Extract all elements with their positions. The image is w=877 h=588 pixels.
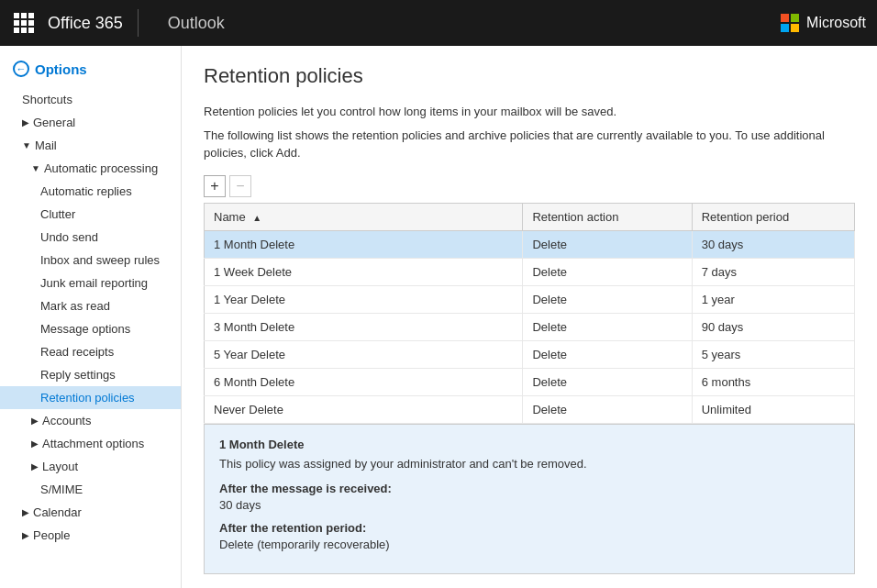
table-header-row: Name ▲ Retention action Retention period [205, 203, 855, 230]
add-button[interactable]: + [204, 175, 226, 197]
cell-retention_period: 7 days [692, 258, 854, 285]
sidebar-item-mark-as-read[interactable]: Mark as read [0, 294, 181, 317]
accounts-label: Accounts [42, 414, 91, 427]
people-label: People [33, 528, 70, 542]
undo-send-label: Undo send [40, 230, 98, 244]
cell-name: 1 Month Delete [205, 230, 523, 258]
table-row[interactable]: 1 Year DeleteDelete1 year [205, 285, 855, 313]
general-arrow: ▶ [22, 117, 29, 128]
sidebar-item-general[interactable]: ▶ General [0, 111, 181, 134]
cell-retention_action: Delete [523, 285, 692, 313]
cell-retention_period: 1 year [692, 285, 854, 313]
sidebar-item-layout[interactable]: ▶ Layout [0, 455, 181, 478]
cell-retention_period: Unlimited [692, 395, 854, 423]
mail-arrow: ▼ [22, 140, 31, 150]
app-name: Office 365 [48, 14, 123, 33]
attachment-arrow: ▶ [31, 438, 39, 449]
retention-policies-label: Retention policies [40, 391, 135, 405]
sidebar-item-attachment-options[interactable]: ▶ Attachment options [0, 432, 181, 455]
col-name[interactable]: Name ▲ [205, 203, 523, 230]
cell-name: 1 Week Delete [205, 258, 523, 285]
calendar-arrow: ▶ [22, 507, 29, 517]
topbar: Office 365 Outlook Microsoft [0, 0, 877, 46]
general-label: General [33, 116, 75, 129]
junk-email-label: Junk email reporting [40, 276, 148, 290]
back-icon: ← [13, 61, 29, 77]
col-retention-action: Retention action [523, 203, 692, 230]
sidebar-item-smime[interactable]: S/MIME [0, 478, 181, 501]
cell-retention_action: Delete [523, 230, 692, 258]
sidebar: ← Options Shortcuts ▶ General ▼ Mail ▼ A… [0, 46, 182, 588]
sidebar-item-undo-send[interactable]: Undo send [0, 226, 181, 249]
mail-label: Mail [35, 139, 57, 152]
cell-retention_period: 30 days [692, 230, 854, 258]
main-content: Retention policies Retention policies le… [182, 46, 877, 588]
detail-title: 1 Month Delete [219, 438, 839, 451]
cell-retention_action: Delete [523, 313, 692, 340]
remove-button[interactable]: − [229, 175, 251, 197]
cell-retention_period: 5 years [692, 340, 854, 368]
page-title: Retention policies [204, 64, 855, 88]
sidebar-item-people[interactable]: ▶ People [0, 524, 181, 547]
auto-processing-arrow: ▼ [31, 163, 40, 173]
sidebar-item-automatic-replies[interactable]: Automatic replies [0, 180, 181, 203]
ms-squares-icon [781, 14, 799, 32]
table-row[interactable]: 6 Month DeleteDelete6 months [205, 368, 855, 395]
sidebar-item-mail[interactable]: ▼ Mail [0, 134, 181, 157]
smime-label: S/MIME [40, 483, 83, 496]
table-row[interactable]: 1 Month DeleteDelete30 days [205, 230, 855, 258]
table-row[interactable]: Never DeleteDeleteUnlimited [205, 395, 855, 423]
sidebar-item-message-options[interactable]: Message options [0, 317, 181, 340]
table-row[interactable]: 1 Week DeleteDelete7 days [205, 258, 855, 285]
product-name: Outlook [168, 14, 225, 33]
sidebar-item-junk-email[interactable]: Junk email reporting [0, 272, 181, 294]
layout-label: Layout [42, 460, 78, 473]
microsoft-logo: Microsoft [781, 14, 866, 32]
sidebar-item-automatic-processing[interactable]: ▼ Automatic processing [0, 157, 181, 180]
description2: The following list shows the retention p… [204, 127, 855, 162]
brand-name: Microsoft [806, 15, 866, 31]
grid-icon [14, 13, 34, 33]
cell-retention_action: Delete [523, 395, 692, 423]
detail-label1: After the message is received: [219, 482, 839, 495]
auto-replies-label: Automatic replies [40, 184, 132, 198]
detail-description: This policy was assigned by your adminis… [219, 457, 839, 471]
sidebar-item-reply-settings[interactable]: Reply settings [0, 363, 181, 386]
message-options-label: Message options [40, 322, 130, 336]
sidebar-item-read-receipts[interactable]: Read receipts [0, 340, 181, 363]
sidebar-item-clutter[interactable]: Clutter [0, 203, 181, 226]
sidebar-item-calendar[interactable]: ▶ Calendar [0, 501, 181, 524]
cell-retention_period: 90 days [692, 313, 854, 340]
cell-retention_action: Delete [523, 340, 692, 368]
table-row[interactable]: 3 Month DeleteDelete90 days [205, 313, 855, 340]
layout: ← Options Shortcuts ▶ General ▼ Mail ▼ A… [0, 46, 877, 588]
sidebar-item-shortcuts[interactable]: Shortcuts [0, 88, 181, 111]
retention-table: Name ▲ Retention action Retention period… [204, 203, 855, 424]
grid-menu-button[interactable] [11, 10, 37, 36]
table-row[interactable]: 5 Year DeleteDelete5 years [205, 340, 855, 368]
cell-retention_action: Delete [523, 368, 692, 395]
cell-retention_period: 6 months [692, 368, 854, 395]
cell-name: 1 Year Delete [205, 285, 523, 313]
inbox-sweep-label: Inbox and sweep rules [40, 253, 160, 267]
options-label: Options [35, 61, 87, 77]
topbar-divider [138, 9, 139, 37]
auto-processing-label: Automatic processing [44, 161, 158, 175]
calendar-label: Calendar [33, 505, 82, 519]
detail-value2: Delete (temporarily recoverable) [219, 538, 839, 551]
sidebar-item-inbox-sweep[interactable]: Inbox and sweep rules [0, 249, 181, 272]
cell-name: 5 Year Delete [205, 340, 523, 368]
cell-name: Never Delete [205, 395, 523, 423]
read-receipts-label: Read receipts [40, 345, 114, 359]
clutter-label: Clutter [40, 207, 75, 221]
people-arrow: ▶ [22, 530, 29, 540]
shortcuts-label: Shortcuts [22, 93, 72, 106]
sidebar-item-retention-policies[interactable]: Retention policies [0, 386, 181, 409]
cell-retention_action: Delete [523, 258, 692, 285]
cell-name: 3 Month Delete [205, 313, 523, 340]
accounts-arrow: ▶ [31, 416, 39, 426]
detail-value1: 30 days [219, 498, 839, 512]
options-header[interactable]: ← Options [0, 55, 181, 88]
sidebar-item-accounts[interactable]: ▶ Accounts [0, 409, 181, 432]
layout-arrow: ▶ [31, 461, 39, 472]
